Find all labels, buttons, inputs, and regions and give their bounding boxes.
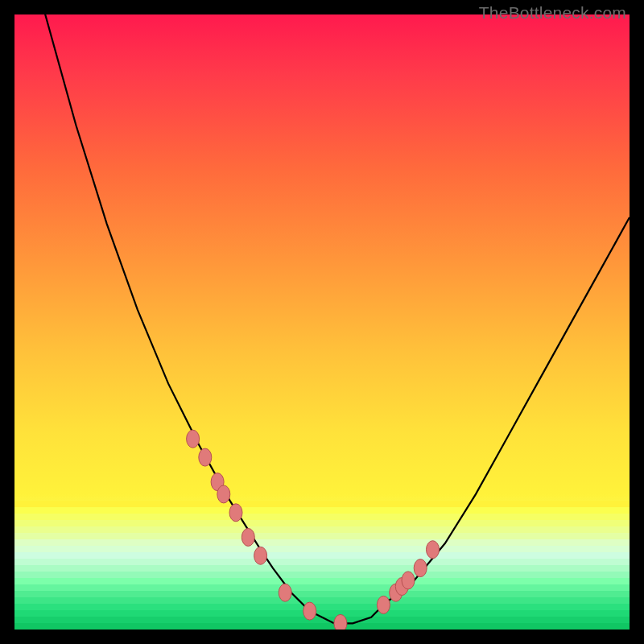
marker-point	[187, 430, 200, 448]
marker-point	[199, 448, 212, 466]
watermark-text: TheBottleneck.com	[479, 3, 626, 23]
marker-point	[229, 504, 242, 522]
marker-point	[395, 578, 408, 596]
gradient-banding	[14, 501, 630, 630]
chart-frame: TheBottleneck.com	[0, 0, 644, 644]
marker-point	[279, 584, 291, 601]
marker-point	[217, 485, 230, 503]
marker-point	[242, 528, 254, 546]
marker-group	[187, 430, 440, 630]
plot-area	[14, 14, 630, 630]
marker-point	[334, 614, 347, 630]
marker-point	[427, 541, 440, 559]
marker-point	[414, 559, 427, 577]
bottleneck-curve-path	[14, 14, 630, 623]
marker-point	[402, 572, 415, 589]
curve-layer	[14, 14, 630, 630]
marker-point	[390, 584, 402, 601]
marker-point	[377, 596, 390, 613]
marker-point	[254, 547, 267, 564]
marker-point	[211, 473, 224, 491]
marker-point	[303, 602, 316, 620]
